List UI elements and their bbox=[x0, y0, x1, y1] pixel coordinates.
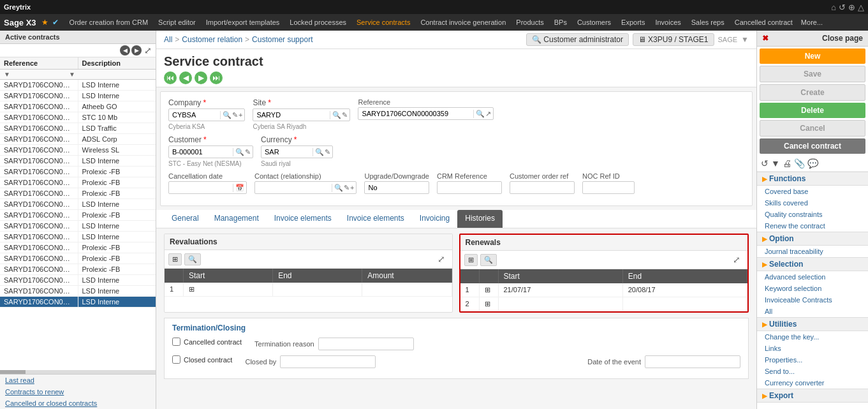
invoiceable-contracts-link[interactable]: Invoiceable Contracts bbox=[757, 294, 868, 306]
nav-first-button[interactable]: ⏮ bbox=[164, 71, 177, 84]
list-item[interactable]: SARYD1706CON00000380LSD Interne bbox=[0, 80, 156, 91]
nav-next-button[interactable]: ▶ bbox=[195, 71, 207, 84]
currency-edit-icon[interactable]: ✎ bbox=[325, 148, 330, 156]
noc-ref-input[interactable] bbox=[583, 182, 634, 193]
menu-order-creation[interactable]: Order creation from CRM bbox=[65, 17, 152, 27]
export-section-title[interactable]: ▶ Export bbox=[757, 389, 868, 403]
covered-base-link[interactable]: Covered base bbox=[757, 186, 868, 197]
list-item[interactable]: SARYD1706CON00000362Prolexic -FB bbox=[0, 264, 156, 275]
cancel-contract-button[interactable]: Cancel contract bbox=[760, 138, 865, 154]
menu-products[interactable]: Products bbox=[511, 17, 548, 27]
company-add-icon[interactable]: + bbox=[239, 111, 242, 119]
company-search-icon[interactable]: 🔍 bbox=[223, 111, 232, 119]
list-item[interactable]: SARYD1706CON00000366LSD Interne bbox=[0, 221, 156, 232]
sidebar-scrollbar[interactable] bbox=[0, 370, 156, 374]
selection-section-title[interactable]: ▶ Selection bbox=[757, 257, 868, 271]
send-to-link[interactable]: Send to... bbox=[757, 366, 868, 377]
sidebar-nav-next[interactable]: ▶ bbox=[131, 45, 142, 56]
home-icon[interactable]: ⌂ bbox=[831, 3, 836, 12]
reval-row1-icon[interactable]: ⊞ bbox=[184, 283, 273, 296]
stage-button[interactable]: 🖥 X3PU9 / STAGE1 bbox=[633, 33, 714, 46]
contact-edit-icon[interactable]: ✎ bbox=[344, 184, 349, 192]
company-edit-icon[interactable]: ✎ bbox=[232, 111, 238, 119]
filter-icon[interactable]: ▼ bbox=[0, 70, 14, 79]
list-item[interactable]: SARYD1706CON00000361LSD Interne bbox=[0, 275, 156, 286]
reference-arrow-icon[interactable]: ↗ bbox=[485, 110, 491, 118]
customer-input[interactable] bbox=[169, 146, 233, 158]
skills-covered-link[interactable]: Skills covered bbox=[757, 197, 868, 209]
tab-invoicing[interactable]: Invoicing bbox=[412, 210, 457, 228]
company-input[interactable] bbox=[169, 109, 220, 121]
refresh-icon[interactable]: ↺ bbox=[839, 3, 846, 12]
contact-input[interactable] bbox=[255, 182, 332, 193]
star-icon[interactable]: ★ bbox=[41, 18, 48, 27]
currency-converter-link[interactable]: Currency converter bbox=[757, 377, 868, 389]
cancel-button[interactable]: Cancel bbox=[760, 120, 865, 137]
reference-input[interactable] bbox=[358, 108, 473, 119]
list-item[interactable]: SARYD1706CON00000379LSD Interne bbox=[0, 91, 156, 101]
nav-last-button[interactable]: ⏭ bbox=[210, 71, 223, 84]
closed-contract-checkbox[interactable] bbox=[172, 355, 180, 364]
breadcrumb-customer-support[interactable]: Customer support bbox=[252, 35, 313, 44]
up-icon[interactable]: △ bbox=[858, 3, 864, 12]
list-item-selected[interactable]: SARYD1706CON00000359LSD Interne bbox=[0, 297, 156, 308]
renewals-search-btn[interactable]: 🔍 bbox=[480, 254, 497, 266]
renew-row1-icon[interactable]: ⊞ bbox=[480, 283, 499, 297]
menu-locked-processes[interactable]: Locked processes bbox=[285, 17, 351, 27]
revaluations-grid-btn[interactable]: ⊞ bbox=[168, 253, 182, 265]
closed-by-input[interactable] bbox=[280, 355, 376, 368]
print-icon[interactable]: 🖨 bbox=[783, 158, 791, 168]
utilities-section-title[interactable]: ▶ Utilities bbox=[757, 317, 868, 331]
tab-histories[interactable]: Histories bbox=[457, 210, 503, 228]
breadcrumb-all[interactable]: All bbox=[164, 35, 172, 44]
cancellation-calendar-icon[interactable]: 📅 bbox=[235, 184, 244, 192]
menu-invoices[interactable]: Invoices bbox=[651, 17, 685, 27]
list-item[interactable]: SARYD1706CON00000363Prolexic -FB bbox=[0, 253, 156, 264]
site-input[interactable] bbox=[253, 109, 330, 121]
renewals-expand-btn[interactable]: ⤢ bbox=[730, 253, 744, 266]
new-button[interactable]: New bbox=[760, 48, 865, 64]
close-page-x-icon[interactable]: ✖ bbox=[762, 34, 769, 43]
comment-icon[interactable]: 💬 bbox=[807, 158, 818, 168]
tab-invoice-elements-1[interactable]: Invoice elements bbox=[267, 210, 339, 228]
list-item[interactable]: SARYD1706CON00000376STC 10 Mb bbox=[0, 112, 156, 123]
tab-general[interactable]: General bbox=[164, 210, 207, 228]
cancelled-contract-checkbox[interactable] bbox=[172, 338, 180, 346]
sidebar-nav-prev[interactable]: ◀ bbox=[120, 45, 130, 56]
revaluations-expand-btn[interactable]: ⤢ bbox=[434, 253, 448, 265]
customer-admin-button[interactable]: 🔍 Customer administrator bbox=[526, 33, 629, 46]
menu-exports[interactable]: Exports bbox=[617, 17, 649, 27]
cancellation-input[interactable] bbox=[169, 182, 233, 193]
list-item[interactable]: SARYD1706CON00000365LSD Interne bbox=[0, 232, 156, 242]
advanced-selection-link[interactable]: Advanced selection bbox=[757, 271, 868, 283]
contracts-renew-link[interactable]: Contracts to renew bbox=[0, 386, 156, 398]
menu-sales-reps[interactable]: Sales reps bbox=[687, 17, 729, 27]
list-item[interactable]: SARYD1706CON00000370Prolexic -FB bbox=[0, 177, 156, 188]
crm-ref-input[interactable] bbox=[438, 182, 501, 193]
keyword-selection-link[interactable]: Keyword selection bbox=[757, 283, 868, 294]
list-item[interactable]: SARYD1706CON00000374ADSL Corp bbox=[0, 134, 156, 145]
menu-contract-invoice[interactable]: Contract invoice generation bbox=[416, 17, 510, 27]
site-edit-icon[interactable]: ✎ bbox=[342, 111, 348, 119]
quality-constraints-link[interactable]: Quality constraints bbox=[757, 209, 868, 220]
menu-bps[interactable]: BPs bbox=[550, 17, 571, 27]
renewals-grid-btn[interactable]: ⊞ bbox=[464, 254, 478, 266]
tab-management[interactable]: Management bbox=[207, 210, 267, 228]
renew-row2-icon[interactable]: ⊞ bbox=[480, 297, 499, 311]
list-item[interactable]: SARYD1706CON00000373Wireless SL bbox=[0, 145, 156, 156]
shield-icon[interactable]: ✔ bbox=[52, 18, 59, 27]
list-item[interactable]: SARYD1706CON00000360LSD Interne bbox=[0, 286, 156, 297]
currency-input[interactable] bbox=[261, 146, 313, 158]
change-key-link[interactable]: Change the key... bbox=[757, 331, 868, 343]
tab-invoice-elements-2[interactable]: Invoice elements bbox=[339, 210, 412, 228]
list-item[interactable]: SARYD1706CON00000364Prolexic -FB bbox=[0, 242, 156, 253]
undo-icon[interactable]: ↺ bbox=[761, 158, 769, 168]
sage-dropdown-icon[interactable]: ▼ bbox=[741, 35, 749, 44]
customer-search-icon[interactable]: 🔍 bbox=[235, 148, 244, 156]
date-event-input[interactable] bbox=[645, 355, 740, 368]
create-button[interactable]: Create bbox=[760, 84, 865, 101]
functions-section-title[interactable]: ▶ Functions bbox=[757, 172, 868, 186]
properties-link[interactable]: Properties... bbox=[757, 354, 868, 366]
reference-search-icon[interactable]: 🔍 bbox=[476, 110, 485, 118]
menu-service-contracts[interactable]: Service contracts bbox=[352, 17, 415, 27]
